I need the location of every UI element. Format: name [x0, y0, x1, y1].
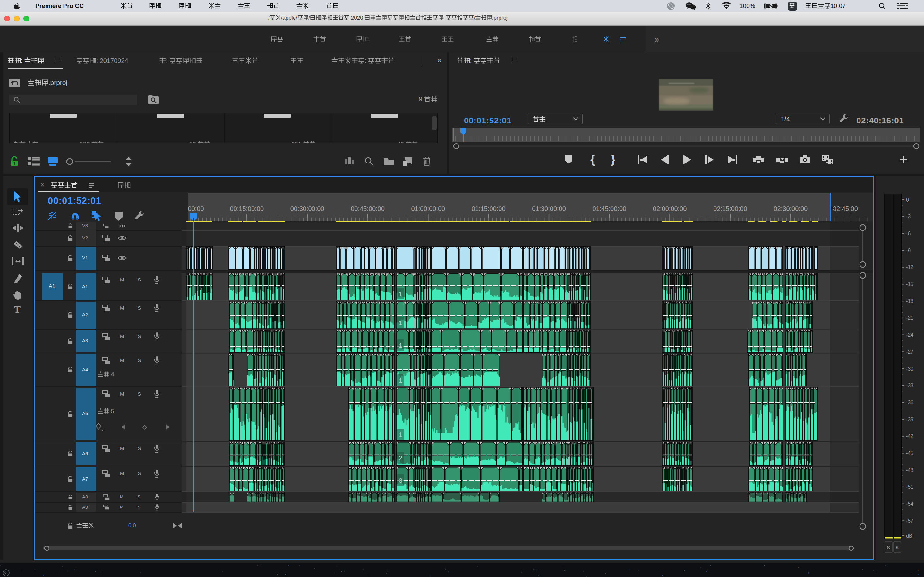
svg-text:-36: -36	[906, 400, 913, 405]
svg-text:01:15:00:00: 01:15:00:00	[472, 205, 506, 212]
svg-text:dB: dB	[906, 533, 913, 538]
svg-text:-18: -18	[906, 298, 913, 304]
svg-text:01:45:00:00: 01:45:00:00	[592, 205, 626, 212]
svg-text:-39: -39	[906, 417, 913, 422]
svg-text:-24: -24	[906, 332, 913, 338]
svg-text:-51: -51	[906, 484, 913, 490]
svg-text:-54: -54	[906, 501, 913, 506]
svg-text:02:00:00:00: 02:00:00:00	[653, 205, 687, 212]
svg-text:1: 1	[399, 290, 402, 298]
svg-text:2: 2	[399, 455, 402, 462]
svg-text:-48: -48	[906, 467, 913, 473]
svg-text:0: 0	[906, 197, 909, 203]
svg-text::00:00: :00:00	[186, 205, 204, 212]
svg-text:3: 3	[399, 477, 402, 484]
svg-text:-12: -12	[906, 264, 913, 270]
svg-text:-33: -33	[906, 383, 913, 388]
svg-text:-9: -9	[906, 248, 911, 253]
svg-text:-21: -21	[906, 315, 913, 321]
svg-text:-6: -6	[906, 231, 911, 236]
svg-text:00:30:00:00: 00:30:00:00	[290, 205, 325, 212]
svg-text:01:00:00:00: 01:00:00:00	[411, 205, 445, 212]
svg-text:-57: -57	[906, 518, 913, 524]
svg-text:-42: -42	[906, 434, 913, 439]
svg-text:00:15:00:00: 00:15:00:00	[230, 205, 264, 212]
svg-text:1: 1	[399, 319, 402, 326]
svg-text:-27: -27	[906, 349, 913, 355]
svg-text:1: 1	[399, 431, 402, 438]
svg-text:-15: -15	[906, 282, 913, 287]
svg-text:S: S	[895, 545, 899, 550]
svg-text:00:45:00:00: 00:45:00:00	[351, 205, 384, 212]
svg-text:01:30:00:00: 01:30:00:00	[532, 205, 566, 212]
svg-text:02:30:00:00: 02:30:00:00	[774, 205, 808, 212]
svg-text:02:15:00:00: 02:15:00:00	[713, 205, 747, 212]
svg-text:02:45:00: 02:45:00	[833, 205, 858, 212]
svg-text:S: S	[887, 545, 890, 550]
svg-text:1: 1	[399, 377, 402, 384]
svg-text:-45: -45	[906, 450, 913, 456]
svg-text:1: 1	[399, 342, 402, 349]
svg-text:-30: -30	[906, 366, 913, 372]
svg-text:-3: -3	[906, 214, 911, 219]
